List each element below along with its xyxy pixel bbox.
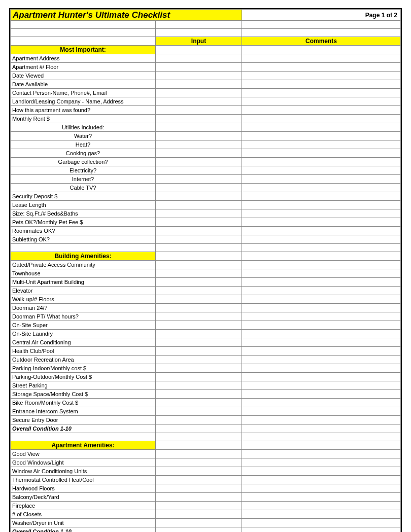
comments-cell[interactable]	[242, 407, 401, 416]
input-cell[interactable]	[156, 484, 242, 493]
comments-cell[interactable]	[242, 484, 401, 493]
comments-cell[interactable]	[242, 338, 401, 347]
input-cell[interactable]	[156, 209, 242, 218]
comments-cell[interactable]	[242, 261, 401, 269]
input-cell[interactable]	[156, 312, 242, 321]
input-cell[interactable]	[156, 80, 242, 89]
input-cell[interactable]	[156, 295, 242, 304]
input-cell[interactable]	[156, 287, 242, 295]
input-cell[interactable]	[156, 175, 242, 184]
comments-cell[interactable]	[242, 218, 401, 227]
input-cell[interactable]	[156, 424, 242, 433]
comments-cell[interactable]	[242, 364, 401, 373]
input-cell[interactable]	[156, 347, 242, 356]
comments-cell[interactable]	[242, 424, 401, 433]
input-cell[interactable]	[156, 132, 242, 140]
input-cell[interactable]	[156, 458, 242, 467]
input-cell[interactable]	[156, 89, 242, 97]
comments-cell[interactable]	[242, 149, 401, 158]
comments-cell[interactable]	[242, 287, 401, 295]
input-cell[interactable]	[156, 166, 242, 175]
comments-cell[interactable]	[242, 192, 401, 201]
comments-cell[interactable]	[242, 502, 401, 510]
comments-cell[interactable]	[242, 54, 401, 63]
input-cell[interactable]	[156, 527, 242, 533]
comments-cell[interactable]	[242, 140, 401, 149]
input-cell[interactable]	[156, 54, 242, 63]
comments-cell[interactable]	[242, 399, 401, 407]
input-cell[interactable]	[156, 123, 242, 132]
comments-cell[interactable]	[242, 373, 401, 381]
comments-cell[interactable]	[242, 347, 401, 356]
comments-cell[interactable]	[242, 166, 401, 175]
input-cell[interactable]	[156, 158, 242, 166]
input-cell[interactable]	[156, 381, 242, 390]
input-cell[interactable]	[156, 407, 242, 416]
comments-cell[interactable]	[242, 295, 401, 304]
input-cell[interactable]	[156, 450, 242, 458]
comments-cell[interactable]	[242, 390, 401, 399]
input-cell[interactable]	[156, 502, 242, 510]
input-cell[interactable]	[156, 330, 242, 338]
input-cell[interactable]	[156, 390, 242, 399]
input-cell[interactable]	[156, 218, 242, 227]
comments-cell[interactable]	[242, 201, 401, 209]
input-cell[interactable]	[156, 140, 242, 149]
comments-cell[interactable]	[242, 227, 401, 235]
input-cell[interactable]	[156, 192, 242, 201]
comments-cell[interactable]	[242, 63, 401, 72]
comments-cell[interactable]	[242, 493, 401, 502]
comments-cell[interactable]	[242, 519, 401, 527]
input-cell[interactable]	[156, 63, 242, 72]
comments-cell[interactable]	[242, 312, 401, 321]
input-cell[interactable]	[156, 149, 242, 158]
comments-cell[interactable]	[242, 510, 401, 519]
input-cell[interactable]	[156, 373, 242, 381]
comments-cell[interactable]	[242, 476, 401, 484]
comments-cell[interactable]	[242, 184, 401, 192]
comments-cell[interactable]	[242, 123, 401, 132]
input-cell[interactable]	[156, 278, 242, 287]
input-cell[interactable]	[156, 364, 242, 373]
input-cell[interactable]	[156, 416, 242, 424]
input-cell[interactable]	[156, 72, 242, 80]
comments-cell[interactable]	[242, 97, 401, 106]
comments-cell[interactable]	[242, 175, 401, 184]
input-cell[interactable]	[156, 269, 242, 278]
input-cell[interactable]	[156, 510, 242, 519]
comments-cell[interactable]	[242, 304, 401, 312]
input-cell[interactable]	[156, 356, 242, 364]
input-cell[interactable]	[156, 106, 242, 115]
comments-cell[interactable]	[242, 209, 401, 218]
comments-cell[interactable]	[242, 132, 401, 140]
comments-cell[interactable]	[242, 158, 401, 166]
comments-cell[interactable]	[242, 321, 401, 330]
comments-cell[interactable]	[242, 527, 401, 533]
comments-cell[interactable]	[242, 106, 401, 115]
input-cell[interactable]	[156, 201, 242, 209]
comments-cell[interactable]	[242, 330, 401, 338]
comments-cell[interactable]	[242, 416, 401, 424]
comments-cell[interactable]	[242, 458, 401, 467]
input-cell[interactable]	[156, 97, 242, 106]
input-cell[interactable]	[156, 261, 242, 269]
input-cell[interactable]	[156, 115, 242, 123]
comments-cell[interactable]	[242, 356, 401, 364]
comments-cell[interactable]	[242, 115, 401, 123]
input-cell[interactable]	[156, 467, 242, 476]
input-cell[interactable]	[156, 184, 242, 192]
input-cell[interactable]	[156, 304, 242, 312]
comments-cell[interactable]	[242, 450, 401, 458]
comments-cell[interactable]	[242, 269, 401, 278]
comments-cell[interactable]	[242, 278, 401, 287]
input-cell[interactable]	[156, 235, 242, 244]
comments-cell[interactable]	[242, 381, 401, 390]
input-cell[interactable]	[156, 338, 242, 347]
input-cell[interactable]	[156, 399, 242, 407]
comments-cell[interactable]	[242, 467, 401, 476]
comments-cell[interactable]	[242, 80, 401, 89]
input-cell[interactable]	[156, 321, 242, 330]
input-cell[interactable]	[156, 519, 242, 527]
comments-cell[interactable]	[242, 89, 401, 97]
comments-cell[interactable]	[242, 235, 401, 244]
